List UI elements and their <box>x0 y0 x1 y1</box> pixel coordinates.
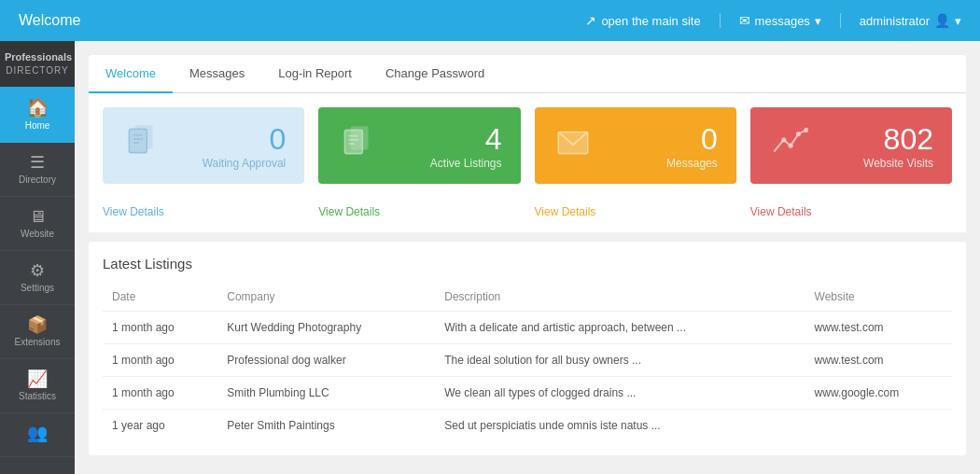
cards-row: 0 Waiting Approval 4 Active List <box>89 93 966 198</box>
layout: Professionals DIRECTORY 🏠 Home ☰ Directo… <box>0 41 980 474</box>
svg-rect-1 <box>129 129 147 152</box>
directory-icon: ☰ <box>30 154 45 171</box>
sidebar-item-label-website: Website <box>21 229 54 239</box>
stat-card-active-listings-info: 4 Active Listings <box>390 122 501 170</box>
col-header-description: Description <box>435 283 805 312</box>
external-link-icon: ↗ <box>585 13 596 28</box>
home-icon: 🏠 <box>26 98 49 117</box>
tab-login-report[interactable]: Log-in Report <box>261 55 369 93</box>
sidebar-brand: Professionals DIRECTORY <box>0 41 75 87</box>
cell-date: 1 month ago <box>103 312 217 344</box>
sidebar-item-statistics[interactable]: 📈 Statistics <box>0 359 75 413</box>
page-title: Welcome <box>19 12 585 29</box>
table-row: 1 month agoProfessional dog walkerThe id… <box>103 344 952 377</box>
cell-website: www.test.com <box>805 344 952 377</box>
main-content: Welcome Messages Log-in Report Change Pa… <box>75 41 980 474</box>
header-divider <box>720 13 721 28</box>
cell-company: Smith Plumbing LLC <box>217 377 435 410</box>
svg-point-13 <box>796 131 801 135</box>
view-details-active-listings[interactable]: View Details <box>318 205 520 218</box>
header-actions: ↗ open the main site ✉ messages ▾ admini… <box>585 13 961 28</box>
svg-rect-6 <box>345 130 363 153</box>
table-row: 1 month agoKurt Wedding PhotographyWith … <box>103 312 952 344</box>
sidebar-item-home[interactable]: 🏠 Home <box>0 87 75 143</box>
sidebar-item-label-extensions: Extensions <box>15 337 61 347</box>
active-listings-icon <box>337 122 376 170</box>
tabs-container: Welcome Messages Log-in Report Change Pa… <box>89 55 966 93</box>
tab-change-password[interactable]: Change Password <box>369 55 501 93</box>
sidebar-item-settings[interactable]: ⚙ Settings <box>0 251 75 305</box>
settings-icon: ⚙ <box>30 262 45 279</box>
messages-link[interactable]: ✉ messages ▾ <box>739 13 821 28</box>
sidebar-item-label-statistics: Statistics <box>19 391 56 401</box>
cell-website: www.google.com <box>805 377 952 410</box>
admin-dropdown-icon: ▾ <box>955 14 961 28</box>
stat-card-waiting-approval-info: 0 Waiting Approval <box>175 122 286 170</box>
cell-date: 1 month ago <box>103 377 217 410</box>
sidebar-item-label-settings: Settings <box>21 283 54 293</box>
extensions-icon: 📦 <box>27 316 48 333</box>
tab-messages[interactable]: Messages <box>173 55 261 93</box>
table-header-row: Date Company Description Website <box>103 283 952 312</box>
view-details-messages[interactable]: View Details <box>535 205 736 218</box>
sidebar-item-website[interactable]: 🖥 Website <box>0 197 75 251</box>
stat-card-messages-info: 0 Messages <box>607 122 718 170</box>
col-header-date: Date <box>103 283 217 312</box>
stat-card-messages: 0 Messages <box>535 107 736 184</box>
latest-listings-title: Latest Listings <box>103 256 952 272</box>
messages-dropdown-icon: ▾ <box>815 14 821 28</box>
cell-date: 1 month ago <box>103 344 217 377</box>
messages-label: Messages <box>607 157 718 170</box>
mail-icon: ✉ <box>739 13 750 28</box>
sidebar-item-directory[interactable]: ☰ Directory <box>0 143 75 197</box>
sidebar-item-label-home: Home <box>25 120 50 131</box>
svg-point-12 <box>788 143 792 147</box>
stat-card-active-listings: 4 Active Listings <box>318 107 520 184</box>
waiting-approval-label: Waiting Approval <box>175 157 286 170</box>
table-row: 1 month agoSmith Plumbing LLCWe clean al… <box>103 377 952 410</box>
cell-description: Sed ut perspiciatis unde omnis iste natu… <box>435 410 805 442</box>
users-icon: 👥 <box>27 425 48 441</box>
website-visits-number: 802 <box>822 122 933 157</box>
messages-number: 0 <box>607 122 718 157</box>
cell-company: Kurt Wedding Photography <box>217 312 435 344</box>
top-header: Welcome ↗ open the main site ✉ messages … <box>0 0 980 41</box>
open-main-site-link[interactable]: ↗ open the main site <box>585 13 700 28</box>
brand-top: Professionals <box>5 50 70 64</box>
tab-welcome[interactable]: Welcome <box>89 55 173 93</box>
active-listings-number: 4 <box>390 122 501 157</box>
waiting-approval-icon <box>121 121 161 170</box>
waiting-approval-number: 0 <box>175 122 286 157</box>
website-icon: 🖥 <box>29 208 46 225</box>
cell-description: The ideal solution for all busy owners .… <box>435 344 805 377</box>
stat-card-website-visits-info: 802 Website Visits <box>822 122 933 170</box>
statistics-icon: 📈 <box>27 370 48 387</box>
website-visits-icon <box>769 122 808 170</box>
messages-icon <box>553 122 593 170</box>
latest-listings-section: Latest Listings Date Company Description… <box>89 242 966 455</box>
header-divider2 <box>840 13 841 28</box>
view-details-waiting-approval[interactable]: View Details <box>103 205 304 218</box>
admin-icon: 👤 <box>934 13 950 28</box>
col-header-website: Website <box>805 283 952 312</box>
active-listings-label: Active Listings <box>390 157 501 170</box>
cell-website <box>805 410 952 442</box>
admin-link[interactable]: administrator 👤 ▾ <box>860 13 961 28</box>
sidebar-item-extensions[interactable]: 📦 Extensions <box>0 305 75 359</box>
view-details-website-visits[interactable]: View Details <box>750 205 952 218</box>
cell-date: 1 year ago <box>103 410 217 442</box>
cell-company: Peter Smith Paintings <box>217 410 435 442</box>
cell-website: www.test.com <box>805 312 952 344</box>
cell-company: Professional dog walker <box>217 344 435 377</box>
stat-card-waiting-approval: 0 Waiting Approval <box>103 107 304 184</box>
cell-description: With a delicate and artistic approach, b… <box>435 312 805 344</box>
svg-point-11 <box>781 137 786 142</box>
view-details-row: View Details View Details View Details V… <box>89 198 966 232</box>
table-row: 1 year agoPeter Smith PaintingsSed ut pe… <box>103 410 952 442</box>
brand-bottom: DIRECTORY <box>5 64 70 77</box>
website-visits-label: Website Visits <box>822 157 933 170</box>
sidebar-item-label-directory: Directory <box>19 174 56 185</box>
col-header-company: Company <box>217 283 435 312</box>
listings-table: Date Company Description Website 1 month… <box>103 283 952 441</box>
sidebar-item-users[interactable]: 👥 <box>0 413 75 457</box>
